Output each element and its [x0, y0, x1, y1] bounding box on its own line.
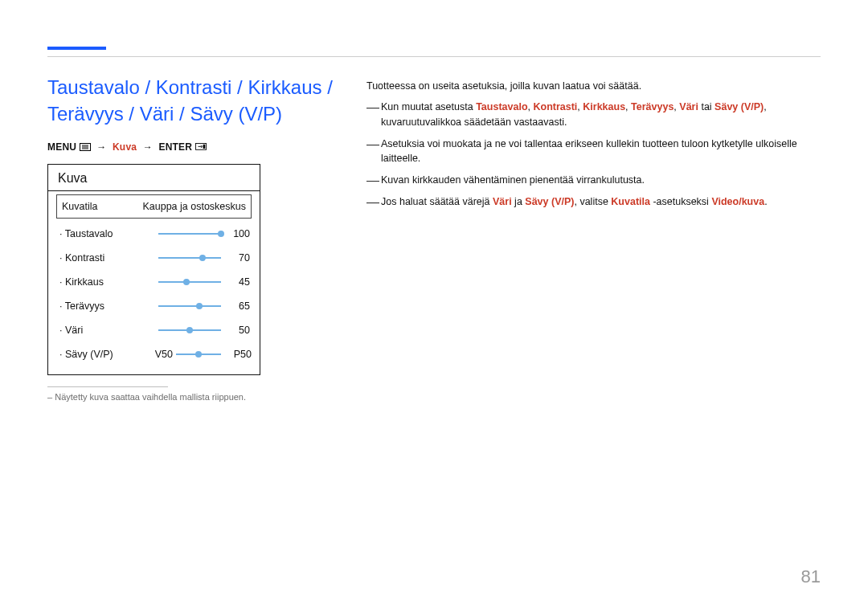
panel-header: Kuva — [48, 165, 260, 191]
tint-slider[interactable] — [176, 351, 224, 358]
backlight-slider[interactable] — [158, 231, 224, 237]
row-sharpness[interactable]: Terävyys 65 — [56, 294, 252, 318]
row-color[interactable]: Väri 50 — [56, 318, 252, 342]
breadcrumb-arrow-2: → — [143, 141, 153, 153]
sharpness-value: 65 — [224, 300, 252, 312]
brightness-value: 45 — [224, 276, 252, 288]
notes-list: ― Kun muutat asetusta Taustavalo, Kontra… — [366, 100, 821, 210]
sharpness-slider[interactable] — [158, 303, 224, 309]
breadcrumb: MENU → Kuva → ENTER — [47, 141, 337, 153]
header-rule — [47, 56, 821, 57]
panel-body: Kuvatila Kauppa ja ostoskeskus Taustaval… — [48, 191, 260, 374]
breadcrumb-enter-label: ENTER — [158, 141, 192, 153]
menu-icon — [80, 143, 91, 151]
right-column: Tuotteessa on useita asetuksia, joilla k… — [366, 80, 821, 216]
header-accent-bar — [47, 47, 106, 50]
tint-label: Sävy (V/P) — [56, 349, 135, 360]
contrast-slider[interactable] — [158, 255, 224, 261]
tint-right-value: P50 — [227, 349, 252, 360]
page-title: Taustavalo / Kontrasti / Kirkkaus / Terä… — [47, 74, 337, 127]
note-dash-icon: ― — [366, 135, 379, 154]
note-4: ― Jos haluat säätää värejä Väri ja Sävy … — [366, 194, 821, 210]
brightness-label: Kirkkaus — [56, 276, 135, 288]
row-brightness[interactable]: Kirkkaus 45 — [56, 270, 252, 294]
note-1: ― Kun muutat asetusta Taustavalo, Kontra… — [366, 100, 821, 130]
row-backlight[interactable]: Taustavalo 100 — [56, 222, 252, 246]
note-dash-icon: ― — [366, 171, 379, 190]
tint-left-value: V50 — [149, 349, 173, 360]
footnote-rule — [47, 386, 168, 387]
footnote-text: Näytetty kuva saattaa vaihdella mallista… — [55, 392, 246, 402]
breadcrumb-arrow-1: → — [96, 141, 106, 153]
contrast-value: 70 — [224, 252, 252, 264]
picture-mode-label: Kuvatila — [59, 201, 131, 212]
color-value: 50 — [224, 325, 252, 336]
note-dash-icon: ― — [366, 193, 379, 212]
intro-text: Tuotteessa on useita asetuksia, joilla k… — [366, 80, 821, 92]
breadcrumb-kuva: Kuva — [113, 141, 137, 153]
backlight-value: 100 — [224, 228, 252, 239]
svg-rect-5 — [203, 145, 205, 149]
note-2: ― Asetuksia voi muokata ja ne voi tallen… — [366, 137, 821, 167]
enter-icon — [195, 143, 207, 151]
color-slider[interactable] — [158, 327, 224, 333]
backlight-label: Taustavalo — [56, 228, 135, 239]
row-tint[interactable]: Sävy (V/P) V50 P50 — [56, 342, 252, 366]
contrast-label: Kontrasti — [56, 252, 135, 264]
picture-settings-panel: Kuva Kuvatila Kauppa ja ostoskeskus Taus… — [47, 164, 260, 375]
picture-mode-value: Kauppa ja ostoskeskus — [131, 201, 249, 212]
row-picture-mode[interactable]: Kuvatila Kauppa ja ostoskeskus — [56, 194, 252, 219]
note-3: ― Kuvan kirkkauden vähentäminen pienentä… — [366, 173, 821, 188]
page-number: 81 — [801, 566, 821, 587]
brightness-slider[interactable] — [158, 279, 224, 285]
sharpness-label: Terävyys — [56, 300, 135, 312]
note-dash-icon: ― — [366, 98, 379, 117]
color-label: Väri — [56, 325, 135, 336]
breadcrumb-menu-label: MENU — [47, 141, 76, 153]
left-column: Taustavalo / Kontrasti / Kirkkaus / Terä… — [47, 74, 337, 402]
row-contrast[interactable]: Kontrasti 70 — [56, 246, 252, 270]
footnote: – Näytetty kuva saattaa vaihdella mallis… — [47, 392, 337, 402]
